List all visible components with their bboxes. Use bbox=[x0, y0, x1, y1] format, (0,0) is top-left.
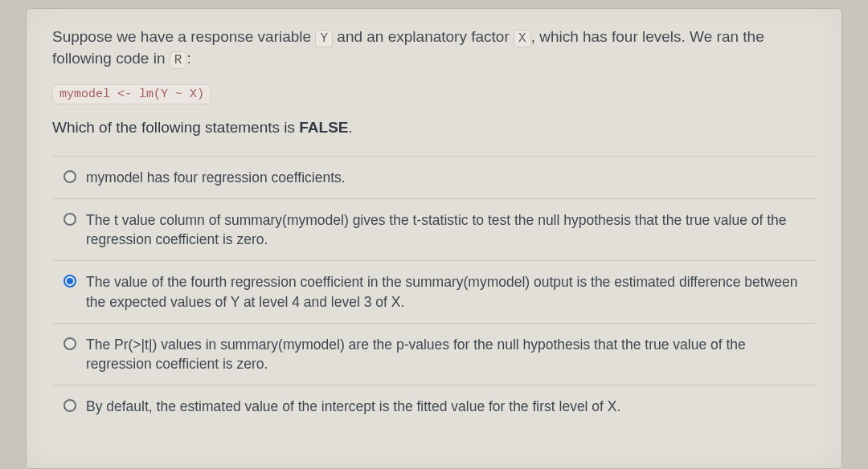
prompt-bold: FALSE bbox=[299, 119, 348, 136]
radio-button[interactable] bbox=[63, 337, 76, 350]
prompt-line: Which of the following statements is FAL… bbox=[52, 119, 816, 137]
prompt-post: . bbox=[349, 119, 353, 136]
option-row[interactable]: The value of the fourth regression coeff… bbox=[52, 261, 816, 323]
option-row[interactable]: The Pr(>|t|) values in summary(mymodel) … bbox=[52, 324, 816, 385]
option-text: The value of the fourth regression coeff… bbox=[86, 272, 814, 311]
inline-code-y: Y bbox=[315, 30, 333, 47]
q-seg-2: and an explanatory factor bbox=[333, 28, 514, 45]
question-text: Suppose we have a response variable Y an… bbox=[52, 27, 816, 70]
code-block: mymodel <- lm(Y ~ X) bbox=[52, 84, 211, 104]
prompt-pre: Which of the following statements is bbox=[52, 119, 299, 136]
option-row[interactable]: By default, the estimated value of the i… bbox=[52, 385, 816, 421]
question-card: Suppose we have a response variable Y an… bbox=[26, 8, 842, 469]
option-text: By default, the estimated value of the i… bbox=[86, 397, 620, 416]
radio-button[interactable] bbox=[63, 399, 76, 412]
option-text: The t value column of summary(mymodel) g… bbox=[86, 210, 814, 249]
radio-button[interactable] bbox=[63, 213, 76, 226]
option-row[interactable]: The t value column of summary(mymodel) g… bbox=[52, 199, 816, 261]
option-row[interactable]: mymodel has four regression coefficients… bbox=[52, 157, 816, 199]
radio-button[interactable] bbox=[63, 170, 76, 183]
q-seg-4: : bbox=[186, 50, 190, 67]
inline-code-x: X bbox=[514, 30, 531, 47]
option-text: mymodel has four regression coefficients… bbox=[86, 168, 346, 187]
radio-button[interactable] bbox=[63, 275, 76, 288]
option-text: The Pr(>|t|) values in summary(mymodel) … bbox=[86, 335, 814, 373]
options-list: mymodel has four regression coefficients… bbox=[52, 156, 816, 421]
inline-code-r: R bbox=[170, 51, 187, 69]
q-seg-1: Suppose we have a response variable bbox=[52, 28, 315, 45]
